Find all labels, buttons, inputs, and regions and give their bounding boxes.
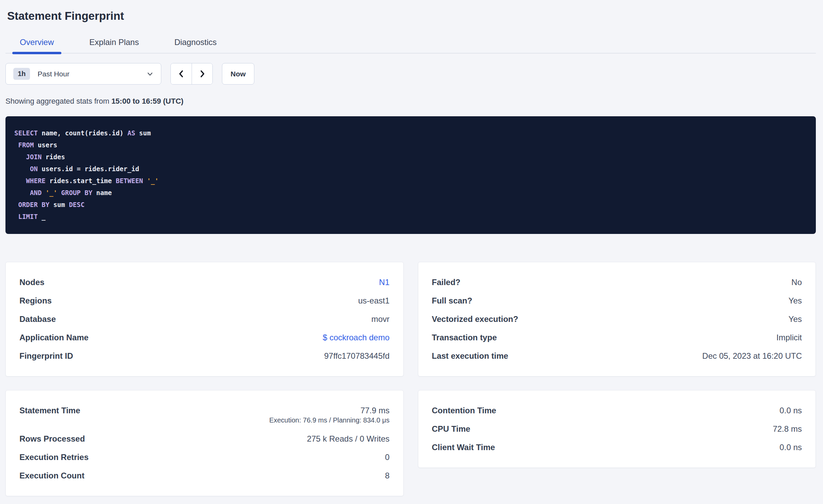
- summary-row: Databasemovr: [19, 310, 390, 328]
- summary-row: Execution Count8: [19, 466, 390, 485]
- summary-label: Application Name: [19, 333, 89, 342]
- summary-value: movr: [371, 314, 389, 324]
- aggregation-caption: Showing aggregated stats from 15:00 to 1…: [5, 97, 816, 106]
- summary-value-wrap: 77.9 msExecution: 76.9 ms / Planning: 83…: [269, 406, 390, 425]
- summary-row: Fingerprint ID97ffc170783445fd: [19, 347, 390, 365]
- summary-label: Client Wait Time: [432, 443, 495, 452]
- time-controls: 1h Past Hour Now: [5, 63, 816, 85]
- summary-value-wrap: us-east1: [358, 296, 389, 306]
- summary-value: Implicit: [776, 333, 802, 342]
- summary-value: No: [791, 278, 802, 287]
- time-range-dropdown[interactable]: 1h Past Hour: [5, 63, 161, 85]
- summary-value: 97ffc170783445fd: [324, 351, 390, 361]
- summary-row: Statement Time77.9 msExecution: 76.9 ms …: [19, 401, 390, 430]
- chevron-right-icon: [198, 69, 207, 78]
- summary-value-wrap: No: [791, 278, 802, 287]
- summary-value-wrap: 0: [385, 453, 389, 462]
- summary-label: Failed?: [432, 278, 461, 287]
- summary-label: Execution Count: [19, 471, 85, 480]
- sql-statement-box: SELECT name, count(rides.id) AS sum FROM…: [5, 116, 816, 234]
- summary-value-wrap: 72.8 ms: [773, 424, 802, 434]
- summary-label: Vectorized execution?: [432, 314, 518, 324]
- summary-label: Fingerprint ID: [19, 351, 73, 361]
- summary-cards: NodesN1Regionsus-east1DatabasemovrApplic…: [5, 262, 816, 496]
- summary-value: 0.0 ns: [780, 443, 802, 452]
- summary-row: Client Wait Time0.0 ns: [432, 438, 802, 457]
- summary-label: Last execution time: [432, 351, 508, 361]
- caption-prefix: Showing aggregated stats from: [5, 97, 111, 105]
- summary-value-wrap: $ cockroach demo: [323, 333, 389, 342]
- summary-value: 8: [385, 471, 389, 480]
- summary-value: 72.8 ms: [773, 424, 802, 434]
- summary-value: 77.9 ms: [269, 406, 390, 415]
- summary-row: Failed?No: [432, 273, 802, 292]
- summary-value: Yes: [789, 314, 802, 324]
- prev-interval-button[interactable]: [171, 63, 192, 84]
- now-button[interactable]: Now: [222, 63, 254, 85]
- summary-value: 275 k Reads / 0 Writes: [307, 434, 389, 444]
- caption-range: 15:00 to 16:59 (UTC): [111, 97, 184, 105]
- summary-label: Transaction type: [432, 333, 497, 342]
- page-title: Statement Fingerprint: [7, 10, 816, 23]
- summary-value-wrap: 8: [385, 471, 389, 480]
- summary-label: Nodes: [19, 278, 44, 287]
- summary-label: CPU Time: [432, 424, 470, 434]
- summary-value-wrap: Yes: [789, 296, 802, 306]
- summary-row: Application Name$ cockroach demo: [19, 328, 390, 347]
- summary-row: Rows Processed275 k Reads / 0 Writes: [19, 430, 390, 448]
- statement-fingerprint-page: Statement Fingerprint Overview Explain P…: [0, 10, 823, 496]
- summary-value-wrap: 275 k Reads / 0 Writes: [307, 434, 389, 444]
- summary-row: Contention Time0.0 ns: [432, 401, 802, 420]
- summary-value: Dec 05, 2023 at 16:20 UTC: [702, 351, 802, 361]
- summary-subvalue: Execution: 76.9 ms / Planning: 834.0 μs: [269, 415, 390, 425]
- execution-attributes-card: Failed?NoFull scan?YesVectorized executi…: [418, 262, 816, 376]
- summary-row: Full scan?Yes: [432, 292, 802, 310]
- time-stats-card: Contention Time0.0 nsCPU Time72.8 msClie…: [418, 390, 816, 468]
- summary-value: Yes: [789, 296, 802, 306]
- summary-row: Transaction typeImplicit: [432, 328, 802, 347]
- next-interval-button[interactable]: [192, 63, 212, 84]
- time-range-badge: 1h: [13, 68, 30, 80]
- time-nav-group: [170, 63, 213, 85]
- summary-value-wrap: Implicit: [776, 333, 802, 342]
- statement-stats-card: Statement Time77.9 msExecution: 76.9 ms …: [5, 390, 404, 496]
- summary-value: 0.0 ns: [780, 406, 802, 415]
- summary-label: Statement Time: [19, 406, 80, 415]
- summary-row: Vectorized execution?Yes: [432, 310, 802, 328]
- summary-label: Contention Time: [432, 406, 496, 415]
- time-range-label: Past Hour: [38, 70, 146, 78]
- summary-value-wrap: 0.0 ns: [780, 406, 802, 415]
- summary-row: Last execution timeDec 05, 2023 at 16:20…: [432, 347, 802, 365]
- summary-label: Full scan?: [432, 296, 473, 306]
- sql-statement: SELECT name, count(rides.id) AS sum FROM…: [14, 127, 806, 223]
- summary-label: Database: [19, 314, 56, 324]
- summary-row: NodesN1: [19, 273, 390, 292]
- summary-row: Regionsus-east1: [19, 292, 390, 310]
- chevron-left-icon: [177, 69, 186, 78]
- summary-row: CPU Time72.8 ms: [432, 420, 802, 438]
- tab-bar: Overview Explain Plans Diagnostics: [5, 38, 816, 54]
- chevron-down-icon: [146, 70, 154, 78]
- tab-explain-plans[interactable]: Explain Plans: [82, 38, 146, 53]
- statement-details-card: NodesN1Regionsus-east1DatabasemovrApplic…: [5, 262, 404, 376]
- summary-value: 0: [385, 453, 389, 462]
- summary-label: Execution Retries: [19, 453, 89, 462]
- summary-value-wrap: Yes: [789, 314, 802, 324]
- summary-value-link[interactable]: $ cockroach demo: [323, 333, 389, 342]
- summary-value-wrap: movr: [371, 314, 389, 324]
- tab-overview[interactable]: Overview: [12, 38, 61, 53]
- summary-value-wrap: 0.0 ns: [780, 443, 802, 452]
- summary-row: Execution Retries0: [19, 448, 390, 466]
- summary-label: Rows Processed: [19, 434, 85, 444]
- summary-value: us-east1: [358, 296, 389, 306]
- summary-value-wrap: 97ffc170783445fd: [324, 351, 390, 361]
- summary-value-wrap: Dec 05, 2023 at 16:20 UTC: [702, 351, 802, 361]
- tab-diagnostics[interactable]: Diagnostics: [167, 38, 224, 53]
- summary-value-wrap: N1: [379, 278, 390, 287]
- summary-label: Regions: [19, 296, 52, 306]
- summary-value-link[interactable]: N1: [379, 278, 390, 287]
